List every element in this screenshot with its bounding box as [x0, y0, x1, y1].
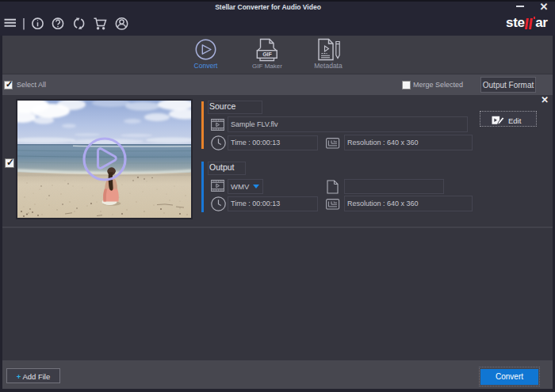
svg-text:Convert: Convert: [194, 62, 218, 70]
svg-text:GIF: GIF: [262, 51, 272, 57]
svg-text:Metadata: Metadata: [314, 62, 343, 70]
svg-text:GIF Maker: GIF Maker: [252, 63, 282, 70]
